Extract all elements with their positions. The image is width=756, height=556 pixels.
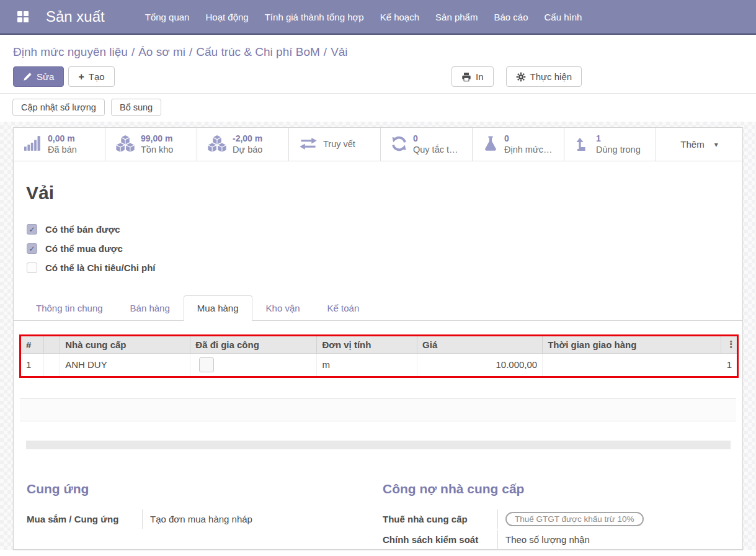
- stat-value: 0: [413, 133, 458, 145]
- field-label: Mua sắm / Cung ứng: [27, 514, 142, 524]
- print-button[interactable]: In: [451, 66, 494, 87]
- tab-thong-tin-chung[interactable]: Thông tin chung: [22, 295, 117, 321]
- annotation-red-box: # Nhà cung cấp Đã đi gia công Đơn vị tín…: [19, 334, 739, 378]
- empty-list-band: [20, 398, 736, 421]
- breadcrumb: Định mức nguyên liệu/Áo sơ mi/Cấu trúc &…: [13, 45, 348, 58]
- action-menu-button[interactable]: Thực hiện: [506, 66, 582, 87]
- statusbar: Cập nhật số lượng Bổ sung: [0, 93, 756, 122]
- cell-vendor: ANH DUY: [60, 353, 190, 376]
- breadcrumb-row: Định mức nguyên liệu/Áo sơ mi/Cấu trúc &…: [0, 35, 756, 63]
- table-row[interactable]: 1 ANH DUY m 10.000,00 1: [21, 353, 737, 376]
- tab-kho-van[interactable]: Kho vận: [252, 295, 314, 321]
- cell-handle: [43, 353, 60, 376]
- cell-price: 10.000,00: [417, 353, 543, 376]
- breadcrumb-item-ao-so-mi[interactable]: Áo sơ mi: [138, 45, 185, 58]
- cubes-icon: [116, 135, 135, 154]
- nav-item-bao-cao[interactable]: Báo cáo: [486, 0, 536, 34]
- stat-label: Tồn kho: [141, 144, 173, 155]
- horizontal-scrollbar-strip[interactable]: [26, 441, 731, 449]
- field-label: Thuế nhà cung cấp: [383, 514, 497, 524]
- nav-item-san-pham[interactable]: Sản phẩm: [427, 0, 486, 34]
- create-button[interactable]: + Tạo: [68, 66, 114, 87]
- stat-value: 0,00 m: [48, 133, 77, 145]
- edit-button-label: Sửa: [37, 71, 54, 82]
- stat-button-used-in[interactable]: 1 Dùng trong: [564, 128, 656, 161]
- section-title: Cung ứng: [27, 482, 383, 496]
- action-button-row: Sửa + Tạo In Thực hiện: [0, 63, 756, 93]
- stat-button-reordering-rules[interactable]: 0 Quy tắc t…: [381, 128, 473, 161]
- field-value: Theo số lượng nhận: [497, 530, 590, 549]
- stat-value: 0: [504, 133, 552, 145]
- checkbox-can-be-sold[interactable]: ✓ Có thể bán được: [27, 220, 742, 239]
- field-label: Chính sách kiểm soát: [383, 534, 497, 545]
- nav-item-tong-quan[interactable]: Tổng quan: [137, 0, 198, 34]
- create-button-label: Tạo: [89, 71, 105, 82]
- column-header-handle: [43, 336, 60, 353]
- breadcrumb-item-current: Vải: [331, 45, 347, 58]
- tab-ke-toan[interactable]: Kế toán: [314, 295, 373, 321]
- checkbox-label: Có thể là Chi tiêu/Chi phí: [45, 262, 156, 273]
- nav-item-ke-hoach[interactable]: Kế hoạch: [372, 0, 427, 34]
- more-dropdown-label: Thêm: [680, 139, 704, 150]
- checkbox-icon[interactable]: ✓: [27, 243, 37, 254]
- field-vendor-taxes: Thuế nhà cung cấp Thuế GTGT được khấu tr…: [383, 509, 730, 529]
- form-sections: Cung ứng Mua sắm / Cung ứng Tạo đơn mua …: [14, 482, 742, 556]
- edit-button[interactable]: Sửa: [13, 66, 64, 87]
- more-dropdown-button[interactable]: Thêm ▾: [656, 128, 742, 161]
- replenish-button[interactable]: Bổ sung: [111, 99, 161, 116]
- stat-label: Định mức…: [504, 144, 552, 155]
- nav-item-tinh-gia-thanh[interactable]: Tính giá thành tổng hợp: [257, 0, 372, 34]
- nav-item-cau-hinh[interactable]: Cấu hình: [536, 0, 590, 34]
- optional-columns-icon[interactable]: ⋮: [721, 336, 737, 353]
- flask-icon: [483, 136, 498, 153]
- tab-mua-hang[interactable]: Mua hàng: [184, 295, 252, 321]
- exchange-arrows-icon: [300, 138, 317, 151]
- checkbox-icon[interactable]: [27, 262, 37, 273]
- page-title: Vải: [26, 182, 742, 204]
- checkbox-icon[interactable]: ✓: [27, 224, 37, 235]
- stat-label: Dùng trong: [596, 144, 641, 155]
- breadcrumb-separator: /: [128, 45, 138, 58]
- form-sheet: 0,00 m Đã bán 99,00 m Tồn kho -2,00 m Dự…: [13, 127, 743, 550]
- cell-lead-time: 1: [543, 353, 737, 376]
- section-procurement: Cung ứng Mua sắm / Cung ứng Tạo đơn mua …: [27, 482, 383, 550]
- column-header-price: Giá: [417, 336, 543, 353]
- level-up-arrow-icon: [575, 136, 590, 153]
- apps-menu-icon[interactable]: [9, 0, 37, 34]
- stat-button-sold[interactable]: 0,00 m Đã bán: [14, 128, 105, 161]
- tax-tag: Thuế GTGT được khấu trừ 10%: [505, 512, 644, 526]
- top-nav-bar: Sản xuất Tổng quan Hoạt động Tính giá th…: [0, 0, 756, 35]
- update-quantity-button[interactable]: Cập nhật số lượng: [12, 99, 105, 116]
- field-value: Thuế GTGT được khấu trừ 10%: [497, 509, 644, 529]
- content-background: 0,00 m Đã bán 99,00 m Tồn kho -2,00 m Dự…: [0, 122, 756, 550]
- table-header-row: # Nhà cung cấp Đã đi gia công Đơn vị tín…: [21, 336, 737, 353]
- field-control-policy: Chính sách kiểm soát Theo số lượng nhận: [383, 530, 730, 549]
- checkbox-can-be-expensed[interactable]: Có thể là Chi tiêu/Chi phí: [27, 258, 742, 277]
- checkbox-label: Có thể bán được: [45, 224, 120, 235]
- stat-button-bom[interactable]: 0 Định mức…: [473, 128, 564, 161]
- chevron-down-icon: ▾: [714, 140, 718, 149]
- vendor-pricelist-table: # Nhà cung cấp Đã đi gia công Đơn vị tín…: [21, 336, 737, 376]
- cubes-icon: [208, 135, 226, 154]
- stat-label: Quy tắc t…: [413, 144, 458, 155]
- checkbox-label: Có thể mua được: [45, 243, 123, 254]
- column-header-subcontracted: Đã đi gia công: [190, 336, 317, 353]
- stat-button-on-hand[interactable]: 99,00 m Tồn kho: [105, 128, 197, 161]
- action-menu-label: Thực hiện: [530, 71, 572, 82]
- stat-label: Đã bán: [48, 144, 77, 155]
- stat-button-forecast[interactable]: -2,00 m Dự báo: [197, 128, 289, 161]
- field-route: Mua sắm / Cung ứng Tạo đơn mua hàng nháp: [27, 509, 383, 529]
- section-vendor-bills: Công nợ nhà cung cấp Thuế nhà cung cấp T…: [383, 482, 730, 550]
- nav-item-hoat-dong[interactable]: Hoạt động: [197, 0, 256, 34]
- checkbox-can-be-purchased[interactable]: ✓ Có thể mua được: [27, 239, 742, 258]
- column-header-index: #: [21, 336, 43, 353]
- gear-icon: [516, 72, 526, 82]
- bar-chart-icon: [24, 136, 42, 153]
- secondary-actions: In Thực hiện: [451, 66, 582, 87]
- stat-button-traceability[interactable]: Truy vết: [289, 128, 381, 161]
- app-name: Sản xuất: [46, 8, 105, 25]
- tab-ban-hang[interactable]: Bán hàng: [117, 295, 184, 321]
- breadcrumb-separator: /: [185, 45, 196, 58]
- breadcrumb-item-dinh-muc[interactable]: Định mức nguyên liệu: [13, 45, 128, 58]
- breadcrumb-item-cau-truc-bom[interactable]: Cấu trúc & Chi phí BoM: [196, 45, 320, 58]
